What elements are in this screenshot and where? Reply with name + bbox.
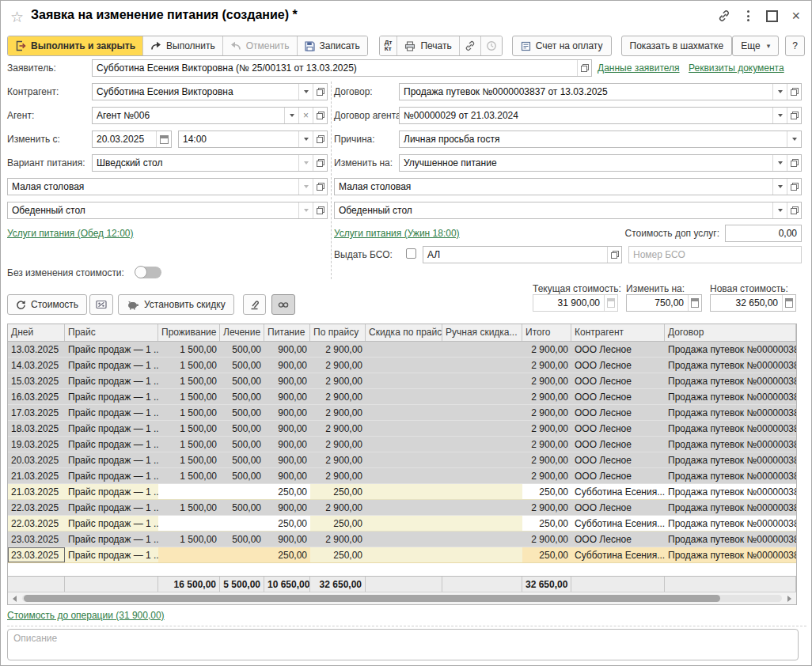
table-cell[interactable]: 2 900,00 (522, 468, 571, 483)
cost-before-operation-link[interactable]: Стоимость до операции (31 900,00) (7, 610, 165, 621)
more-button[interactable]: Еще ▾ (732, 36, 779, 56)
table-cell[interactable]: Прайс продаж — 1 ... (65, 452, 158, 467)
table-cell[interactable]: 900,00 (264, 389, 310, 404)
table-cell[interactable]: 900,00 (264, 421, 310, 436)
table-cell[interactable]: ООО Лесное (571, 389, 665, 404)
table-cell[interactable]: 1 500,00 (158, 421, 220, 436)
table-cell[interactable]: 250,00 (264, 516, 310, 531)
table-cell[interactable]: ООО Лесное (571, 437, 665, 452)
table-cell[interactable]: 1 500,00 (158, 373, 220, 388)
table-cell[interactable] (220, 516, 264, 531)
table-cell[interactable]: 2 900,00 (310, 342, 366, 357)
table-cell[interactable]: 500,00 (220, 468, 264, 483)
table-row[interactable]: 15.03.2025Прайс продаж — 1 ...1 500,0050… (8, 373, 796, 389)
dropdown-button[interactable] (298, 131, 313, 147)
column-header[interactable]: Питание (264, 324, 310, 341)
table-cell[interactable]: 250,00 (310, 516, 366, 531)
table-cell[interactable]: 1 500,00 (158, 358, 220, 373)
table-cell[interactable]: Прайс продаж — 1 ... (65, 437, 158, 452)
table-cell[interactable]: 2 900,00 (310, 468, 366, 483)
extra-services-field[interactable]: 0,00 (725, 225, 802, 242)
bso-number-field[interactable]: Номер БСО (628, 246, 802, 263)
table-cell[interactable]: 500,00 (220, 421, 264, 436)
help-button[interactable]: ? (785, 36, 805, 56)
table-cell[interactable]: ООО Лесное (571, 373, 665, 388)
get-link-icon[interactable] (718, 9, 730, 22)
table-cell[interactable]: 900,00 (264, 405, 310, 420)
table-cell[interactable]: 2 900,00 (522, 389, 571, 404)
table-cell[interactable]: 1 500,00 (158, 532, 220, 547)
open-button[interactable] (607, 247, 621, 263)
table-cell[interactable] (220, 547, 264, 562)
table-cell[interactable]: ООО Лесное (571, 452, 665, 467)
table-cell[interactable]: 1 500,00 (158, 452, 220, 467)
kebab-menu-icon[interactable] (744, 9, 753, 22)
table-cell[interactable] (442, 389, 522, 404)
open-button[interactable] (787, 84, 801, 100)
dropdown-button[interactable] (772, 202, 787, 218)
table-cell[interactable]: Продажа путевок №0000003836 (665, 373, 796, 388)
table-cell[interactable]: Прайс продаж — 1 ... (65, 547, 158, 562)
table-cell[interactable]: 15.03.2025 (8, 373, 65, 388)
table-cell[interactable]: Продажа путевок №0000003836 (665, 468, 796, 483)
table-cell[interactable]: 2 900,00 (310, 532, 366, 547)
table-cell[interactable]: 900,00 (264, 532, 310, 547)
table-cell[interactable] (366, 405, 442, 420)
column-header[interactable]: Итого (522, 324, 571, 341)
table-cell[interactable] (442, 421, 522, 436)
table-cell[interactable]: Продажа путевок №0000003836 (665, 532, 796, 547)
meal-variant-field[interactable]: Шведский стол (92, 154, 328, 172)
table-cell[interactable]: Прайс продаж — 1 ... (65, 532, 158, 547)
table-cell[interactable]: ООО Лесное (571, 405, 665, 420)
table-cell[interactable]: Продажа путевок №0000003836 (665, 500, 796, 515)
table-cell[interactable]: 1 500,00 (158, 437, 220, 452)
table-row[interactable]: 23.03.2025Прайс продаж — 1 ...250,00250,… (8, 547, 796, 563)
dropdown-button[interactable] (298, 179, 313, 195)
table-cell[interactable]: 13.03.2025 (8, 342, 65, 357)
contract-field[interactable]: Продажа путевок №0000003837 от 13.03.202… (399, 83, 802, 100)
cancel-button[interactable]: Отменить (223, 36, 298, 55)
table-cell[interactable]: 2 900,00 (310, 452, 366, 467)
table-cell[interactable]: Прайс продаж — 1 ... (65, 358, 158, 373)
column-header[interactable]: Дней (8, 324, 65, 341)
applicant-data-link[interactable]: Данные заявителя (598, 62, 680, 74)
change-to-field[interactable]: Улучшенное питание (399, 154, 802, 172)
table-cell[interactable]: 500,00 (220, 437, 264, 452)
table-cell[interactable]: 1 500,00 (158, 405, 220, 420)
table-cell[interactable]: Продажа путевок №0000003837 (665, 547, 796, 562)
scroll-left-icon[interactable] (13, 596, 17, 602)
dining-room-left-field[interactable]: Малая столовая (7, 178, 328, 195)
change-from-time-field[interactable]: 14:00 (178, 131, 328, 148)
column-header[interactable]: Проживание (158, 324, 220, 341)
table-cell[interactable]: 2 900,00 (310, 405, 366, 420)
clear-button[interactable]: × (298, 108, 313, 123)
table-cell[interactable]: 21.03.2025 (8, 484, 65, 499)
table-cell[interactable]: 1 500,00 (158, 389, 220, 404)
table-cell[interactable]: Прайс продаж — 1 ... (65, 468, 158, 483)
table-cell[interactable]: ООО Лесное (571, 342, 665, 357)
table-cell[interactable]: 500,00 (220, 373, 264, 388)
table-cell[interactable] (366, 468, 442, 483)
table-cell[interactable]: 17.03.2025 (8, 405, 65, 420)
open-button[interactable] (577, 60, 591, 76)
counterparty-field[interactable]: Субботина Есения Викторовна (92, 83, 328, 100)
table-cell[interactable]: 500,00 (220, 342, 264, 357)
table-cell[interactable]: 22.03.2025 (8, 500, 65, 515)
table-cell[interactable]: ООО Лесное (571, 468, 665, 483)
table-cell[interactable]: ООО Лесное (571, 421, 665, 436)
table-cell[interactable]: ООО Лесное (571, 358, 665, 373)
table-cell[interactable]: 19.03.2025 (8, 437, 65, 452)
save-button[interactable]: Записать (298, 36, 367, 55)
change-amount-field[interactable]: 750,00 (626, 294, 702, 312)
table-cell[interactable] (366, 452, 442, 467)
table-cell[interactable]: 23.03.2025 (8, 532, 65, 547)
table-cell[interactable] (442, 516, 522, 531)
table-cell[interactable] (366, 547, 442, 562)
open-button[interactable] (787, 155, 801, 171)
table-cell[interactable]: 2 900,00 (310, 500, 366, 515)
table-cell[interactable] (366, 342, 442, 357)
table-cell[interactable]: 2 900,00 (522, 452, 571, 467)
applicant-field[interactable]: Субботина Есения Викторовна (№ 25/00131 … (92, 59, 592, 77)
meal-services-right-link[interactable]: Услуги питания (Ужин 18:00) (334, 228, 460, 239)
table-cell[interactable]: 900,00 (264, 342, 310, 357)
